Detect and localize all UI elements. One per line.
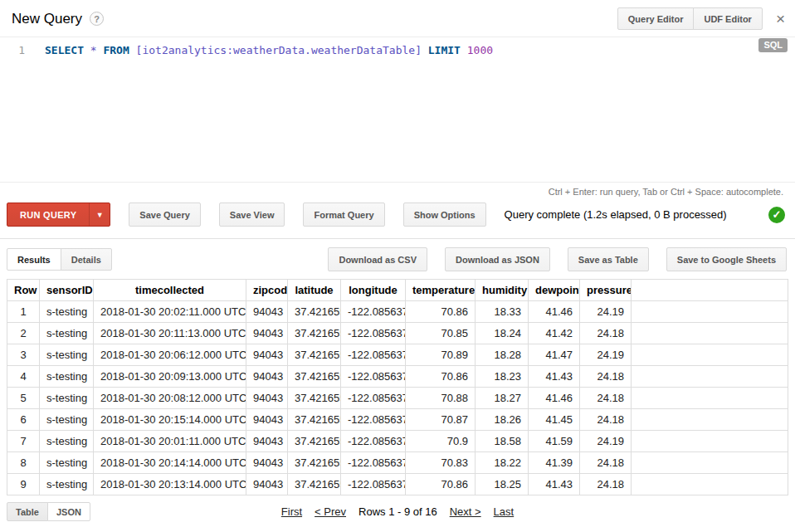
data-cell: 18.23 <box>476 366 529 388</box>
line-number: 1 <box>0 37 33 182</box>
tab-results[interactable]: Results <box>7 248 61 271</box>
data-cell <box>632 301 788 323</box>
data-cell: 18.33 <box>476 301 529 323</box>
data-cell <box>632 474 788 495</box>
save-query-button[interactable]: Save Query <box>129 203 201 227</box>
table-row: 2s-testing2018-01-30 20:11:13.000 UTC940… <box>7 323 788 344</box>
results-table-container: RowsensorIDtimecollectedzipcodelatitudel… <box>0 279 795 495</box>
row-number-cell: 8 <box>7 452 40 474</box>
column-header: timecollected <box>94 280 246 301</box>
data-cell: -122.085637 <box>341 301 406 323</box>
show-options-button[interactable]: Show Options <box>403 203 486 227</box>
sql-keyword-select: SELECT <box>45 44 84 56</box>
data-cell: 18.24 <box>476 323 529 344</box>
data-cell: 2018-01-30 20:15:14.000 UTC <box>94 409 246 431</box>
column-header: zipcode <box>246 280 288 301</box>
pagination: First < Prev Rows 1 - 9 of 16 Next > Las… <box>281 505 514 518</box>
data-cell: 94043 <box>246 409 288 431</box>
column-header: Row <box>7 280 40 301</box>
column-header: sensorID <box>40 280 94 301</box>
save-to-sheets-button[interactable]: Save to Google Sheets <box>666 247 787 271</box>
data-cell: s-testing <box>40 366 94 388</box>
results-footer: Table JSON First < Prev Rows 1 - 9 of 16… <box>0 495 795 530</box>
data-cell: 37.421655 <box>288 474 341 495</box>
data-cell: 18.28 <box>476 344 529 366</box>
data-cell: 70.88 <box>406 388 476 409</box>
editor-mode-toggle: Query Editor UDF Editor × <box>617 7 785 30</box>
download-json-button[interactable]: Download as JSON <box>445 247 550 271</box>
data-cell: 24.19 <box>580 301 632 323</box>
udf-editor-button[interactable]: UDF Editor <box>693 7 762 30</box>
run-query-button[interactable]: RUN QUERY <box>7 203 89 226</box>
data-cell: 41.46 <box>529 301 580 323</box>
data-cell <box>632 366 788 388</box>
data-cell: -122.085637 <box>341 452 406 474</box>
download-csv-button[interactable]: Download as CSV <box>328 247 427 271</box>
help-icon[interactable]: ? <box>90 12 104 26</box>
data-cell: 2018-01-30 20:09:13.000 UTC <box>94 366 246 388</box>
table-row: 1s-testing2018-01-30 20:02:11.000 UTC940… <box>7 301 788 323</box>
data-cell: 70.9 <box>406 431 476 452</box>
data-cell: 24.18 <box>580 366 632 388</box>
data-cell: 70.86 <box>406 474 476 495</box>
data-cell: 24.18 <box>580 388 632 409</box>
close-icon[interactable]: × <box>776 11 785 27</box>
sql-table-ref: [iot2analytics:weatherData.weatherDataTa… <box>136 44 422 56</box>
pagination-next-link[interactable]: Next > <box>450 505 481 518</box>
format-query-button[interactable]: Format Query <box>303 203 384 227</box>
data-cell: 94043 <box>246 323 288 344</box>
results-table-body: 1s-testing2018-01-30 20:02:11.000 UTC940… <box>7 301 788 495</box>
header: New Query ? Query Editor UDF Editor × <box>0 0 795 37</box>
results-bar: Results Details Download as CSV Download… <box>0 239 795 279</box>
data-cell: 2018-01-30 20:11:13.000 UTC <box>94 323 246 344</box>
row-number-cell: 2 <box>7 323 40 344</box>
pagination-last-link[interactable]: Last <box>494 505 515 518</box>
table-row: 5s-testing2018-01-30 20:08:12.000 UTC940… <box>7 388 788 409</box>
data-cell: -122.085637 <box>341 474 406 495</box>
row-number-cell: 5 <box>7 388 40 409</box>
data-cell: -122.085637 <box>341 388 406 409</box>
data-cell: -122.085637 <box>341 323 406 344</box>
data-cell: 70.83 <box>406 452 476 474</box>
data-cell: s-testing <box>40 452 94 474</box>
data-cell: 2018-01-30 20:08:12.000 UTC <box>94 388 246 409</box>
data-cell: 70.89 <box>406 344 476 366</box>
tab-details[interactable]: Details <box>61 248 112 271</box>
data-cell: 41.59 <box>529 431 580 452</box>
data-cell: 41.45 <box>529 409 580 431</box>
data-cell: 94043 <box>246 344 288 366</box>
table-row: 4s-testing2018-01-30 20:09:13.000 UTC940… <box>7 366 788 388</box>
run-query-split-button: RUN QUERY ▼ <box>7 203 110 227</box>
data-cell: 37.421655 <box>288 366 341 388</box>
query-editor-button[interactable]: Query Editor <box>617 7 695 30</box>
data-cell: 70.86 <box>406 366 476 388</box>
column-header: temperature <box>406 280 476 301</box>
save-view-button[interactable]: Save View <box>219 203 285 227</box>
query-success-check-icon[interactable]: ✓ <box>768 207 785 223</box>
data-cell: 70.86 <box>406 301 476 323</box>
data-cell: 18.26 <box>476 409 529 431</box>
data-cell: -122.085637 <box>341 409 406 431</box>
data-cell: 41.47 <box>529 344 580 366</box>
pagination-prev-link[interactable]: < Prev <box>315 505 346 518</box>
save-as-table-button[interactable]: Save as Table <box>568 247 649 271</box>
run-query-dropdown-caret-icon[interactable]: ▼ <box>89 203 110 226</box>
data-cell: 24.18 <box>580 452 632 474</box>
data-cell <box>632 452 788 474</box>
query-editor[interactable]: 1 SELECT * FROM [iot2analytics:weatherDa… <box>0 37 795 183</box>
column-header: dewpoint <box>529 280 580 301</box>
data-cell: 2018-01-30 20:13:14.000 UTC <box>94 474 246 495</box>
pagination-first-link[interactable]: First <box>281 505 302 518</box>
row-number-cell: 3 <box>7 344 40 366</box>
sql-code[interactable]: SELECT * FROM [iot2analytics:weatherData… <box>33 37 795 182</box>
data-cell: s-testing <box>40 431 94 452</box>
data-cell: 70.87 <box>406 409 476 431</box>
sql-keyword-limit: LIMIT <box>428 44 461 56</box>
result-actions: Download as CSV Download as JSON Save as… <box>310 247 787 271</box>
data-cell: 94043 <box>246 388 288 409</box>
data-cell: s-testing <box>40 388 94 409</box>
view-json-button[interactable]: JSON <box>47 502 90 521</box>
data-cell: -122.085637 <box>341 366 406 388</box>
data-cell: 37.421655 <box>288 344 341 366</box>
view-table-button[interactable]: Table <box>7 502 48 521</box>
